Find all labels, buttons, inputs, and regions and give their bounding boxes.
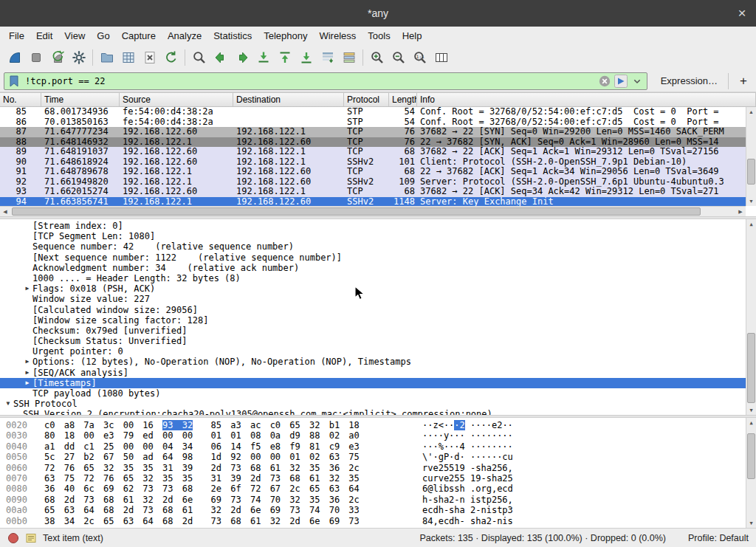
detail-line[interactable]: Sequence number: 42 (relative sequence n…	[0, 241, 746, 252]
packet-row[interactable]: 8971.648191037192.168.122.60192.168.122.…	[0, 147, 746, 157]
resize-columns-button[interactable]	[430, 47, 452, 69]
detail-line[interactable]: [Stream index: 0]	[0, 221, 746, 231]
scroll-up-icon[interactable]: ▲	[746, 219, 756, 229]
menu-help[interactable]: Help	[396, 28, 428, 44]
detail-line[interactable]: [Window size scaling factor: 128]	[0, 315, 746, 326]
open-file-button[interactable]	[96, 47, 117, 69]
detail-line[interactable]: [Checksum Status: Unverified]	[0, 336, 746, 346]
reload-button[interactable]	[160, 47, 182, 69]
expander-open-icon[interactable]: ▼	[3, 399, 13, 409]
go-back-button[interactable]	[210, 47, 231, 69]
column-header-protocol[interactable]: Protocol	[344, 93, 389, 106]
column-header-info[interactable]: Info	[417, 93, 756, 106]
scrollbar-thumb[interactable]	[747, 159, 755, 185]
packet-row[interactable]: 9471.663856741192.168.122.1192.168.122.6…	[0, 197, 746, 207]
go-last-packet-button[interactable]	[295, 47, 317, 69]
expander-closed-icon[interactable]: ▶	[22, 357, 32, 367]
menu-wireless[interactable]: Wireless	[313, 28, 362, 44]
hex-row[interactable]: 008036 40 6c 69 62 73 73 68 2e 6f 72 67 …	[6, 484, 746, 494]
scroll-up-icon[interactable]: ▲	[746, 107, 756, 117]
detail-line[interactable]: Acknowledgment number: 34 (relative ack …	[0, 263, 746, 273]
scroll-down-icon[interactable]: ▼	[746, 196, 756, 206]
detail-line[interactable]: Window size value: 227	[0, 294, 746, 304]
hex-row[interactable]: 007063 75 72 76 65 32 35 35 31 39 2d 73 …	[6, 473, 746, 484]
start-capture-button[interactable]	[4, 47, 25, 69]
menu-tools[interactable]: Tools	[362, 28, 396, 44]
hex-row[interactable]: 006072 76 65 32 35 35 31 39 2d 73 68 61 …	[6, 463, 746, 473]
column-header-time[interactable]: Time	[41, 93, 120, 106]
detail-line[interactable]: [Next sequence number: 1122 (relative se…	[0, 252, 746, 263]
close-file-button[interactable]	[139, 47, 160, 69]
go-forward-button[interactable]	[231, 47, 252, 69]
filter-bookmark-icon[interactable]	[6, 73, 22, 89]
zoom-in-button[interactable]	[366, 47, 388, 69]
scroll-down-icon[interactable]: ▼	[746, 405, 756, 415]
profile-status[interactable]: Profile: Default	[688, 533, 749, 543]
expander-closed-icon[interactable]: ▶	[22, 378, 32, 388]
zoom-original-button[interactable]: 1:1	[409, 47, 430, 69]
hex-row[interactable]: 00505c 27 b2 67 50 ad 64 98 1d 92 00 00 …	[6, 452, 746, 462]
menu-go[interactable]: Go	[91, 28, 115, 44]
display-filter-field[interactable]	[4, 72, 647, 90]
filter-apply-button[interactable]	[613, 73, 629, 89]
bytes-vscrollbar[interactable]: ▲ ▼	[746, 418, 756, 528]
detail-line[interactable]: ▶Flags: 0x018 (PSH, ACK)	[0, 283, 746, 294]
display-filter-input[interactable]	[22, 76, 597, 86]
packet-row[interactable]: 9071.648618924192.168.122.60192.168.122.…	[0, 157, 746, 168]
detail-line[interactable]: ▶[SEQ/ACK analysis]	[0, 368, 746, 378]
scrollbar-thumb[interactable]	[747, 333, 755, 403]
detail-line[interactable]: [Calculated window size: 29056]	[0, 305, 746, 315]
packet-row[interactable]: 9371.662015274192.168.122.60192.168.122.…	[0, 187, 746, 197]
packet-row[interactable]: 9171.648789678192.168.122.1192.168.122.6…	[0, 167, 746, 177]
go-first-packet-button[interactable]	[274, 47, 295, 69]
scrollbar-thumb[interactable]	[747, 433, 755, 480]
packet-row[interactable]: 8670.013850163fe:54:00:d4:38:2aSTP54Conf…	[0, 117, 746, 128]
column-header-no[interactable]: No.	[0, 93, 41, 106]
detail-line[interactable]: Checksum: 0x79ed [unverified]	[0, 326, 746, 336]
menu-capture[interactable]: Capture	[116, 28, 162, 44]
filter-dropdown-button[interactable]	[629, 73, 645, 89]
capture-options-button[interactable]	[68, 47, 89, 69]
column-header-destination[interactable]: Destination	[233, 93, 344, 106]
menu-statistics[interactable]: Statistics	[207, 28, 258, 44]
menu-edit[interactable]: Edit	[30, 28, 58, 44]
packet-list-vscrollbar[interactable]: ▲ ▼	[746, 107, 756, 206]
detail-line[interactable]: TCP payload (1080 bytes)	[0, 388, 746, 399]
scroll-up-icon[interactable]: ▲	[746, 418, 756, 427]
hex-row[interactable]: 003080 18 00 e3 79 ed 00 00 01 01 08 0a …	[6, 430, 746, 441]
detail-line[interactable]: ▶Options: (12 bytes), No-Operation (NOP)…	[0, 357, 746, 367]
auto-scroll-button[interactable]	[317, 47, 338, 69]
restart-capture-button[interactable]	[47, 47, 68, 69]
filter-clear-button[interactable]	[597, 73, 613, 89]
menu-file[interactable]: File	[3, 28, 30, 44]
scroll-left-icon[interactable]: ◀	[0, 207, 10, 216]
find-packet-button[interactable]	[188, 47, 210, 69]
column-header-length[interactable]: Length	[389, 93, 417, 106]
hex-row[interactable]: 00b038 34 2c 65 63 64 68 2d 73 68 61 32 …	[6, 516, 746, 526]
add-filter-button[interactable]: +	[735, 72, 752, 90]
save-file-button[interactable]	[117, 47, 139, 69]
detail-line[interactable]: ▼SSH Protocol	[0, 399, 746, 409]
detail-line[interactable]: ▶[Timestamps]	[0, 378, 746, 388]
hex-row[interactable]: 00a065 63 64 68 2d 73 68 61 32 2d 6e 69 …	[6, 505, 746, 515]
packet-row[interactable]: 8771.647777234192.168.122.60192.168.122.…	[0, 127, 746, 137]
scroll-down-icon[interactable]: ▼	[746, 518, 756, 528]
scroll-right-icon[interactable]: ▶	[735, 207, 746, 216]
detail-line[interactable]: Urgent pointer: 0	[0, 346, 746, 357]
colorize-packets-button[interactable]	[338, 47, 360, 69]
packet-row[interactable]: 8871.648146932192.168.122.1192.168.122.6…	[0, 137, 746, 148]
packet-list-hscrollbar[interactable]: ◀ ▶	[0, 206, 746, 216]
detail-line[interactable]: 1000 .... = Header Length: 32 bytes (8)	[0, 273, 746, 283]
menu-analyze[interactable]: Analyze	[162, 28, 207, 44]
hex-row[interactable]: 009068 2d 73 68 61 32 2d 6e 69 73 74 70 …	[6, 495, 746, 505]
expander-closed-icon[interactable]: ▶	[22, 283, 32, 294]
packet-row[interactable]: 9271.661949820192.168.122.1192.168.122.6…	[0, 177, 746, 188]
menu-view[interactable]: View	[58, 28, 91, 44]
capture-comment-icon[interactable]	[25, 532, 37, 544]
hex-row[interactable]: 0040a1 dd c1 25 00 00 04 34 06 14 f5 e8 …	[6, 441, 746, 452]
expression-button[interactable]: Expression…	[653, 75, 725, 86]
column-header-source[interactable]: Source	[120, 93, 233, 106]
go-to-packet-button[interactable]	[252, 47, 274, 69]
close-window-button[interactable]: ×	[732, 0, 752, 27]
expert-info-icon[interactable]	[7, 532, 19, 544]
